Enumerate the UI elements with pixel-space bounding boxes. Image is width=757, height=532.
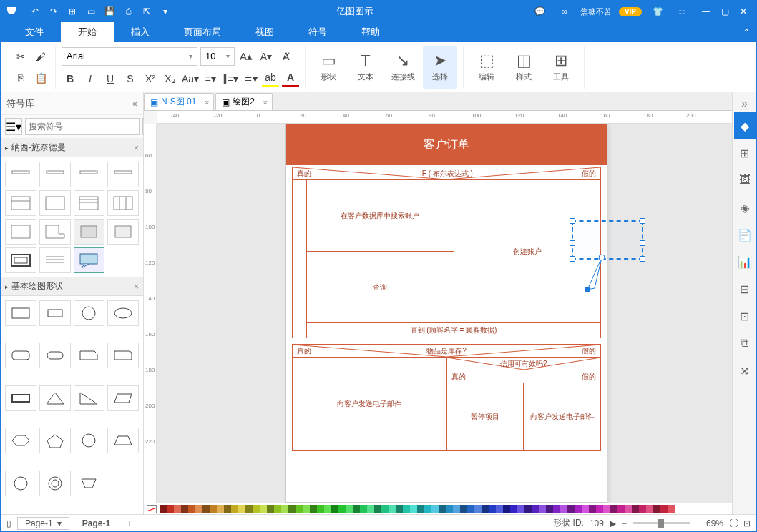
bold-button[interactable]: B [62,70,79,87]
color-swatch[interactable] [410,505,417,513]
color-swatch[interactable] [267,505,274,513]
color-swatch[interactable] [482,505,489,513]
cut-button[interactable]: ✂ [12,48,29,65]
menu-home[interactable]: 开始 [61,22,114,42]
color-swatch[interactable] [324,505,331,513]
ns-shape-7[interactable] [74,190,105,216]
tool-shape[interactable]: ▭形状 [311,46,346,89]
clear-format-button[interactable]: Ⱥ [278,48,295,65]
color-swatch[interactable] [567,505,575,513]
color-swatch[interactable] [160,505,167,513]
color-swatch[interactable] [560,505,567,513]
selected-shape[interactable] [572,220,643,260]
rtool-layout[interactable]: ⊞ [734,139,756,167]
color-swatch[interactable] [524,505,532,513]
color-swatch[interactable] [646,505,653,513]
color-swatch[interactable] [238,505,245,513]
strike-button[interactable]: S [122,70,139,87]
play-icon[interactable]: ▶ [610,518,616,528]
case-button[interactable]: Aa▾ [182,70,199,87]
color-swatch[interactable] [353,505,360,513]
color-swatch[interactable] [274,505,281,513]
color-swatch[interactable] [253,505,260,513]
ns-shape-12[interactable] [107,219,139,245]
add-page-button[interactable]: + [123,517,136,530]
basic-rect2[interactable] [39,300,71,326]
color-swatch[interactable] [188,505,195,513]
doc-tab-2[interactable]: ▣绘图2× [215,93,273,110]
color-swatch[interactable] [389,505,396,513]
theme-icon[interactable]: 👕 [649,3,666,20]
menu-insert[interactable]: 插入 [114,22,167,42]
color-swatch[interactable] [653,505,660,513]
shapes-search-input[interactable] [25,118,140,135]
color-swatch[interactable] [589,505,596,513]
page-select[interactable]: Page-1▾ [17,517,69,530]
apps-icon[interactable]: ⚏ [673,3,690,20]
ns-shape-5[interactable] [5,190,36,216]
color-swatch[interactable] [503,505,510,513]
color-swatch[interactable] [231,505,238,513]
color-swatch[interactable] [460,505,467,513]
color-swatch[interactable] [467,505,474,513]
color-swatch[interactable] [575,505,582,513]
color-swatch[interactable] [431,505,439,513]
italic-button[interactable]: I [82,70,99,87]
color-swatch[interactable] [396,505,403,513]
collapse-ribbon-icon[interactable]: ⌃ [736,22,756,42]
open-button[interactable]: ▭ [82,3,99,20]
ns-shape-13[interactable] [5,247,36,273]
color-swatch[interactable] [632,505,639,513]
basic-heptagon[interactable] [74,428,105,453]
new-button[interactable]: ⊞ [64,3,81,20]
paste-button[interactable]: 📋 [32,69,49,87]
color-swatch[interactable] [317,505,324,513]
ns-shape-8[interactable] [107,190,139,216]
tool-text[interactable]: T文本 [348,46,383,89]
zoom-slider[interactable] [633,522,690,524]
color-swatch[interactable] [288,505,296,513]
copy-button[interactable]: ⎘ [12,69,29,87]
color-swatch[interactable] [338,505,346,513]
color-swatch[interactable] [303,505,310,513]
color-swatch[interactable] [610,505,617,513]
ns-shape-14[interactable] [39,247,71,273]
color-swatch[interactable] [260,505,267,513]
fontcolor-button[interactable]: A [282,70,299,87]
color-swatch[interactable] [195,505,202,513]
export-button[interactable]: ⇱ [138,3,155,20]
basic-trapezoid[interactable] [107,428,139,453]
superscript-button[interactable]: X² [142,70,159,87]
color-swatch[interactable] [532,505,539,513]
color-swatch[interactable] [296,505,303,513]
color-swatch[interactable] [217,505,224,513]
close-tab2-icon[interactable]: × [263,98,268,107]
color-swatch[interactable] [474,505,482,513]
color-swatch[interactable] [539,505,546,513]
ns-shape-4[interactable] [107,162,139,187]
collapse-shapes-icon[interactable]: « [132,98,137,109]
color-swatch[interactable] [582,505,589,513]
no-color[interactable] [147,505,157,513]
qat-more-button[interactable]: ▾ [157,3,174,20]
menu-view[interactable]: 视图 [238,22,291,42]
subscript-button[interactable]: X₂ [162,70,179,87]
rtool-layers[interactable]: ◈ [734,194,756,221]
color-swatch[interactable] [374,505,381,513]
format-painter-button[interactable]: 🖌 [32,48,49,65]
canvas[interactable]: 客户订单 真的 IF ( 布尔表达式 ) 假的 [157,124,732,503]
linespacing-button[interactable]: ‖≡▾ [222,70,239,87]
ns-shape-11[interactable] [74,219,105,245]
color-swatch[interactable] [489,505,496,513]
basic-donut[interactable] [39,471,71,496]
color-swatch[interactable] [210,505,217,513]
basic-hexagon[interactable] [5,428,36,453]
vip-badge[interactable]: VIP [619,7,642,16]
basic-snip2[interactable] [107,343,139,368]
tool-connector[interactable]: ↘连接线 [386,46,420,89]
color-swatch[interactable] [517,505,524,513]
basic-rect[interactable] [5,300,36,326]
bullets-button[interactable]: ≡▾ [202,70,219,87]
color-swatch[interactable] [439,505,446,513]
basic-snip[interactable] [74,343,105,368]
